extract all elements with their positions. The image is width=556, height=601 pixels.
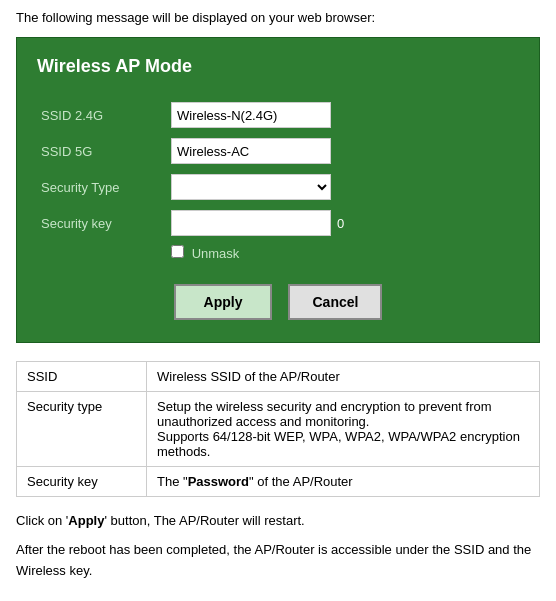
security-key-label: Security key bbox=[37, 205, 167, 241]
info-ssid-row: SSID Wireless SSID of the AP/Router bbox=[17, 362, 540, 392]
security-key-input[interactable] bbox=[171, 210, 331, 236]
footer-line1: Click on 'Apply' button, The AP/Router w… bbox=[16, 511, 540, 532]
ssid-24g-label: SSID 2.4G bbox=[37, 97, 167, 133]
unmask-checkbox[interactable] bbox=[171, 245, 184, 258]
intro-text: The following message will be displayed … bbox=[16, 10, 540, 25]
key-count: 0 bbox=[337, 216, 344, 231]
security-type-label: Security Type bbox=[37, 169, 167, 205]
box-title: Wireless AP Mode bbox=[37, 56, 519, 77]
info-security-type-label: Security type bbox=[17, 392, 147, 467]
apply-button[interactable]: Apply bbox=[174, 284, 273, 320]
ssid-5g-row: SSID 5G bbox=[37, 133, 519, 169]
bottom-text: Click on 'Apply' button, The AP/Router w… bbox=[16, 511, 540, 581]
cancel-button[interactable]: Cancel bbox=[288, 284, 382, 320]
apply-bold: Apply bbox=[68, 513, 104, 528]
security-type-row: Security Type WPA2 PSK WPA PSK WPA/WPA2 … bbox=[37, 169, 519, 205]
button-row: Apply Cancel bbox=[37, 284, 519, 320]
info-ssid-label: SSID bbox=[17, 362, 147, 392]
ssid-5g-input[interactable] bbox=[171, 138, 331, 164]
info-security-key-value: The "Password" of the AP/Router bbox=[147, 467, 540, 497]
info-security-type-row: Security type Setup the wireless securit… bbox=[17, 392, 540, 467]
wireless-ap-mode-box: Wireless AP Mode SSID 2.4G SSID 5G Secur… bbox=[16, 37, 540, 343]
ssid-24g-input[interactable] bbox=[171, 102, 331, 128]
info-table: SSID Wireless SSID of the AP/Router Secu… bbox=[16, 361, 540, 497]
ssid-24g-row: SSID 2.4G bbox=[37, 97, 519, 133]
security-key-row: Security key 0 bbox=[37, 205, 519, 241]
footer-line2: After the reboot has been completed, the… bbox=[16, 540, 540, 582]
info-security-key-row: Security key The "Password" of the AP/Ro… bbox=[17, 467, 540, 497]
unmask-label: Unmask bbox=[192, 246, 240, 261]
security-key-wrap: 0 bbox=[171, 210, 515, 236]
security-type-select[interactable]: WPA2 PSK WPA PSK WPA/WPA2 PSK WEP 64-bit… bbox=[171, 174, 331, 200]
password-bold: Password bbox=[188, 474, 249, 489]
info-security-type-value: Setup the wireless security and encrypti… bbox=[147, 392, 540, 467]
unmask-row: Unmask bbox=[37, 241, 519, 266]
info-ssid-value: Wireless SSID of the AP/Router bbox=[147, 362, 540, 392]
form-table: SSID 2.4G SSID 5G Security Type WPA2 PSK… bbox=[37, 97, 519, 266]
ssid-5g-label: SSID 5G bbox=[37, 133, 167, 169]
info-security-key-label: Security key bbox=[17, 467, 147, 497]
